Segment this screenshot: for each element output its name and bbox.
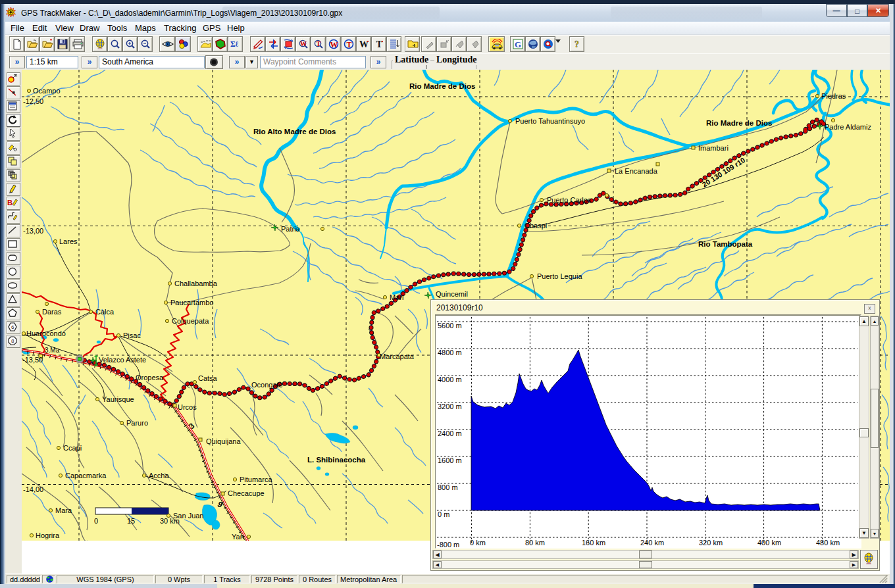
svg-text:T: T (317, 40, 321, 47)
svg-text:Paruro: Paruro (126, 419, 148, 427)
svg-text:Catsa: Catsa (198, 374, 218, 382)
svg-text:0 m: 0 m (438, 510, 449, 518)
svg-text:Puerto Lequia: Puerto Lequia (537, 272, 582, 280)
svg-text:800 m: 800 m (438, 483, 458, 491)
svg-text:Lares: Lares (59, 237, 78, 245)
svg-text:Chaspi: Chaspi (524, 222, 547, 230)
svg-text:Ocampo: Ocampo (33, 87, 61, 95)
svg-text:Colquepata: Colquepata (172, 317, 209, 325)
svg-text:320 km: 320 km (699, 539, 723, 547)
svg-text:Pitumarca: Pitumarca (240, 476, 272, 483)
svg-text:Yan: Yan (232, 533, 244, 541)
svg-text:Daras: Daras (42, 308, 62, 316)
svg-text:-800 m: -800 m (437, 541, 459, 548)
svg-text:Urcos: Urcos (178, 403, 197, 411)
svg-text:Marcapata: Marcapata (380, 353, 415, 360)
svg-text:L. Shibinacocha: L. Shibinacocha (307, 456, 366, 464)
svg-text:Rio Alto Madre de Dios: Rio Alto Madre de Dios (253, 128, 336, 135)
svg-text:W: W (300, 40, 307, 47)
svg-text:2400 m: 2400 m (438, 429, 462, 437)
svg-text:Mara: Mara (55, 506, 72, 514)
svg-text:Checacupe: Checacupe (228, 489, 265, 497)
svg-text:480 km: 480 km (816, 539, 840, 547)
svg-text:Puerto Tahuantinsuyo: Puerto Tahuantinsuyo (515, 117, 585, 125)
svg-text:160 km: 160 km (582, 539, 605, 547)
svg-text:W: W (330, 40, 338, 49)
svg-text:Imambari: Imambari (698, 144, 729, 152)
svg-text:Quiquijana: Quiquijana (206, 437, 241, 445)
svg-text:Yaurisque: Yaurisque (102, 395, 134, 403)
svg-text:T: T (347, 40, 352, 49)
svg-text:Hogrira: Hogrira (36, 531, 60, 539)
svg-text:4000 m: 4000 m (438, 376, 462, 383)
svg-text:4800 m: 4800 m (438, 349, 462, 356)
svg-text:1600 m: 1600 m (438, 456, 462, 464)
svg-text:Ccapi: Ccapi (63, 444, 82, 452)
svg-text:Capacmarka: Capacmarka (65, 472, 107, 479)
svg-text:Pisac: Pisac (123, 331, 141, 339)
svg-text:Ocongate: Ocongate (251, 381, 283, 389)
svg-text:Rio Tambopata: Rio Tambopata (698, 240, 753, 248)
svg-text:B: B (7, 199, 13, 207)
svg-text:Rio Madre de Dios: Rio Madre de Dios (706, 119, 772, 127)
svg-text:Mari: Mari (390, 293, 403, 301)
svg-text:Rio Madre de Dios: Rio Madre de Dios (409, 82, 475, 90)
svg-text:6: 6 (11, 324, 14, 330)
svg-text:240 km: 240 km (640, 539, 664, 547)
svg-text:Oropesa: Oropesa (136, 374, 164, 381)
svg-text:3.Ma: 3.Ma (45, 347, 60, 354)
svg-text:Challabamba: Challabamba (174, 280, 218, 287)
svg-text:Huarocondo: Huarocondo (26, 330, 66, 337)
svg-text:La Encanada: La Encanada (615, 167, 658, 175)
svg-text:5600 m: 5600 m (438, 322, 462, 330)
svg-text:-13,00: -13,00 (23, 227, 43, 235)
svg-text:0 km: 0 km (470, 539, 486, 547)
svg-text:Puerto Carlos: Puerto Carlos (547, 196, 592, 204)
svg-text:Padre Aldamiz: Padre Aldamiz (825, 123, 871, 131)
svg-text:8: 8 (11, 338, 14, 344)
svg-text:Patria: Patria (281, 225, 301, 233)
svg-text:0: 0 (94, 517, 98, 525)
svg-text:Σℓ: Σℓ (230, 39, 239, 49)
svg-text:Paucartambo: Paucartambo (170, 299, 213, 306)
svg-text:3200 m: 3200 m (438, 403, 462, 410)
svg-text:San Juan: San Juan (173, 512, 203, 520)
svg-text:Quincemil: Quincemil (436, 290, 468, 298)
svg-text:Piedras: Piedras (821, 92, 846, 100)
svg-text:Velazco Astete: Velazco Astete (99, 356, 146, 364)
svg-text:-14,00: -14,00 (23, 485, 43, 493)
svg-text:?: ? (575, 39, 579, 49)
svg-text:Accha: Accha (149, 472, 169, 479)
svg-text:400 km: 400 km (757, 539, 781, 547)
svg-text:-13,50: -13,50 (22, 356, 43, 364)
svg-text:G: G (515, 39, 521, 49)
svg-text:Calca: Calca (95, 308, 115, 316)
svg-text:80 km: 80 km (525, 539, 545, 547)
svg-text:-12,50: -12,50 (23, 97, 43, 105)
svg-text:15: 15 (127, 517, 135, 525)
